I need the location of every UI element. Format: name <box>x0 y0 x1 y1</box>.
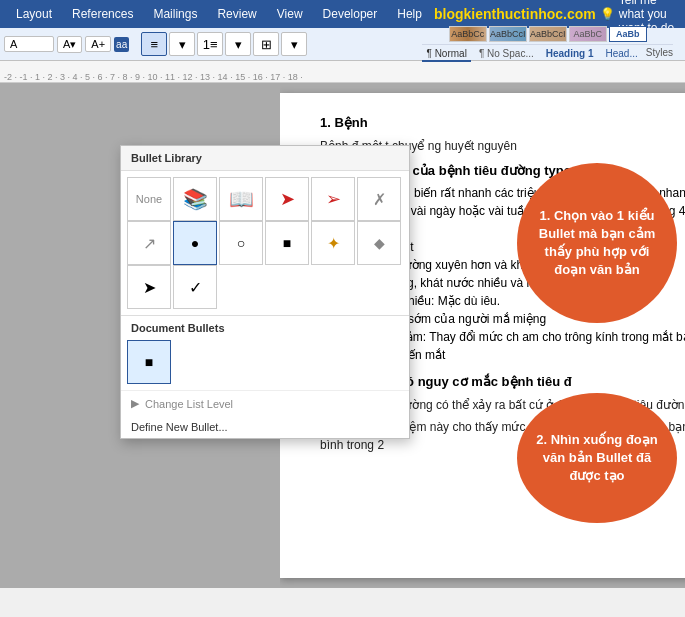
styles-area: AaBbCc AaBbCcI AaBbCcI AaBbC AaBb ¶ Norm… <box>422 26 681 62</box>
crosshair-icon: ✗ <box>373 190 386 209</box>
font-bold-btn[interactable]: aa <box>114 37 129 52</box>
font-grow-btn[interactable]: A+ <box>85 36 111 52</box>
arrow-diag-icon: ↗ <box>143 234 156 253</box>
menu-mailings[interactable]: Mailings <box>145 4 205 24</box>
doc-heading1: 1. Bệnh <box>320 113 685 133</box>
lightbulb-icon: 💡 <box>600 7 615 21</box>
menu-references[interactable]: References <box>64 4 141 24</box>
menu-review[interactable]: Review <box>209 4 264 24</box>
bullet-check[interactable]: ✓ <box>173 265 217 309</box>
book2-icon: 📖 <box>229 187 254 211</box>
chevron-down-icon: ▾ <box>179 37 186 52</box>
ruler: -2 · -1 · 1 · 2 · 3 · 4 · 5 · 6 · 7 · 8 … <box>0 61 685 83</box>
style-nospace[interactable]: ¶ No Spac... <box>475 47 538 62</box>
arrow-outline-icon: ➢ <box>326 188 341 210</box>
chevron-down-icon2: ▾ <box>235 37 242 52</box>
menu-layout[interactable]: Layout <box>8 4 60 24</box>
menubar: Layout References Mailings Review View D… <box>0 0 685 28</box>
doc-bullet-square[interactable]: ■ <box>127 340 171 384</box>
font-controls: A A▾ A+ aa <box>4 36 129 53</box>
style-normal[interactable]: ¶ Normal <box>422 47 470 62</box>
bullet-list-btn[interactable]: ≡ <box>141 32 167 56</box>
star-icon: ✦ <box>327 234 340 253</box>
bullet-diamond[interactable]: ◆ <box>357 221 401 265</box>
styles-label: Styles <box>646 47 673 62</box>
change-level-label: Change List Level <box>145 398 233 410</box>
check-icon: ✓ <box>189 278 202 297</box>
bullet-crosshair[interactable]: ✗ <box>357 177 401 221</box>
callout-1: 1. Chọn vào 1 kiểu Bullet mà bạn cảm thấ… <box>517 163 677 323</box>
list-buttons: ≡ ▾ 1≡ ▾ ⊞ ▾ <box>141 32 307 56</box>
menu-developer[interactable]: Developer <box>315 4 386 24</box>
ribbon: A A▾ A+ aa ≡ ▾ 1≡ ▾ ⊞ ▾ <box>0 28 685 61</box>
bullet-arrow-outline[interactable]: ➢ <box>311 177 355 221</box>
main-area: Bullet Library None 📚 📖 ➤ ➢ ✗ <box>0 83 685 588</box>
diamond-icon: ◆ <box>374 235 385 251</box>
numbered-dropdown-btn[interactable]: ▾ <box>225 32 251 56</box>
bullet-grid: None 📚 📖 ➤ ➢ ✗ ↗ <box>121 171 409 315</box>
change-level-icon: ▶ <box>131 397 139 410</box>
menu-help[interactable]: Help <box>389 4 430 24</box>
bullet-dropdown-btn[interactable]: ▾ <box>169 32 195 56</box>
bullet-book2[interactable]: 📖 <box>219 177 263 221</box>
document-bullets-section: Document Bullets ■ <box>121 315 409 390</box>
callout-2: 2. Nhìn xuống đoạn văn bản Bullet đã đượ… <box>517 393 677 523</box>
doc-bullet-square-icon: ■ <box>145 354 153 370</box>
numbered-list-btn[interactable]: 1≡ <box>197 32 223 56</box>
font-name-field[interactable]: A <box>4 36 54 52</box>
bullet-filled-circle[interactable]: ● <box>173 221 217 265</box>
bullet-empty-circle[interactable]: ○ <box>219 221 263 265</box>
empty-circle-icon: ○ <box>237 235 245 251</box>
arrow-right-red-icon: ➤ <box>280 188 295 210</box>
callout-2-text: 2. Nhìn xuống đoạn văn bản Bullet đã đượ… <box>531 431 663 486</box>
multilevel-icon: ⊞ <box>261 37 272 52</box>
document-bullets-title: Document Bullets <box>127 322 403 334</box>
bullet-library-dropdown: Bullet Library None 📚 📖 ➤ ➢ ✗ <box>120 145 410 439</box>
chevron-down-icon3: ▾ <box>291 37 298 52</box>
app-title: blogkienthuctinhoc.com <box>434 6 596 22</box>
filled-square-icon: ■ <box>283 235 291 251</box>
book1-icon: 📚 <box>183 187 208 211</box>
ribbon-row1: A A▾ A+ aa ≡ ▾ 1≡ ▾ ⊞ ▾ <box>0 28 685 60</box>
numbered-list-icon: 1≡ <box>203 37 218 52</box>
define-bullet-label: Define New Bullet... <box>131 421 228 433</box>
bullet-none[interactable]: None <box>127 177 171 221</box>
bullet-arrow-bold[interactable]: ➤ <box>127 265 171 309</box>
bullet-book1[interactable]: 📚 <box>173 177 217 221</box>
bullet-list-icon: ≡ <box>150 37 158 52</box>
bullet-arrow-diag[interactable]: ↗ <box>127 221 171 265</box>
define-new-bullet[interactable]: Define New Bullet... <box>121 416 409 438</box>
bullet-arrow-right-red[interactable]: ➤ <box>265 177 309 221</box>
filled-circle-icon: ● <box>191 235 199 251</box>
bullet-filled-square[interactable]: ■ <box>265 221 309 265</box>
style-h1[interactable]: Heading 1 <box>542 47 598 62</box>
bullet-library-title: Bullet Library <box>121 146 409 171</box>
change-list-level: ▶ Change List Level <box>121 390 409 416</box>
multilevel-list-btn[interactable]: ⊞ <box>253 32 279 56</box>
bullet-star[interactable]: ✦ <box>311 221 355 265</box>
menu-view[interactable]: View <box>269 4 311 24</box>
multilevel-dropdown-btn[interactable]: ▾ <box>281 32 307 56</box>
style-h2[interactable]: Head... <box>602 47 642 62</box>
font-size-field[interactable]: A▾ <box>57 36 82 53</box>
callout-1-text: 1. Chọn vào 1 kiểu Bullet mà bạn cảm thấ… <box>531 207 663 280</box>
arrow-bold-icon: ➤ <box>143 278 156 297</box>
